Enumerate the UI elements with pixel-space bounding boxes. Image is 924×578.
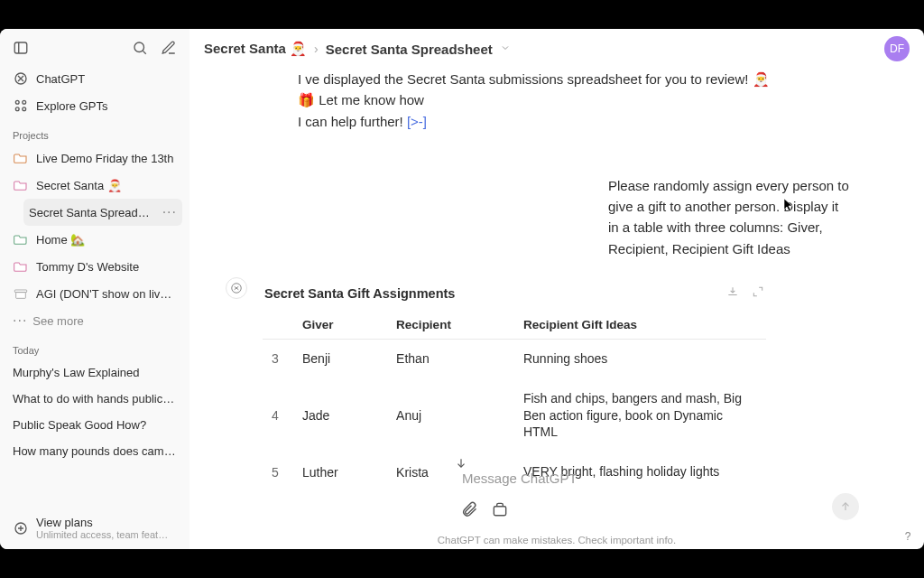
- chevron-down-icon[interactable]: [500, 41, 511, 57]
- assistant-message: I ve displayed the Secret Santa submissi…: [226, 69, 785, 132]
- help-button[interactable]: ?: [901, 529, 915, 544]
- assistant-message: Secret Santa Gift Assignments Giver Reci…: [226, 281, 852, 493]
- subpage-label: Secret Santa Spreadshee: [29, 206, 155, 219]
- section-label-projects: Projects: [7, 119, 182, 144]
- folder-icon: [13, 231, 29, 247]
- sidebar-item-label: ChatGPT: [36, 72, 177, 86]
- expand-icon[interactable]: [752, 285, 764, 302]
- table-row[interactable]: 3 Benji Ethan Running shoes: [263, 339, 766, 378]
- avatar[interactable]: DF: [884, 36, 910, 61]
- sidebar-top-icons: [7, 36, 182, 65]
- svg-point-6: [23, 100, 26, 104]
- plans-subtitle: Unlimited access, team feature: [36, 529, 171, 540]
- project-label: Secret Santa 🎅: [36, 179, 177, 192]
- attach-icon[interactable]: [460, 500, 478, 522]
- more-icon[interactable]: ···: [162, 204, 177, 220]
- sidebar-subpage-active[interactable]: Secret Santa Spreadshee ···: [23, 199, 182, 226]
- sparkle-icon: [13, 520, 29, 536]
- project-label: Live Demo Friday the 13th: [36, 152, 177, 165]
- send-button[interactable]: [832, 493, 859, 520]
- breadcrumb-separator: ›: [314, 42, 319, 56]
- project-label: Home 🏡: [36, 233, 177, 247]
- table-title: Secret Santa Gift Assignments: [264, 286, 455, 301]
- col-recipient[interactable]: Recipient: [387, 311, 514, 340]
- archive-icon: [13, 285, 29, 302]
- collapse-sidebar-icon[interactable]: [13, 40, 29, 56]
- sidebar-project[interactable]: Live Demo Friday the 13th: [7, 144, 182, 172]
- see-more-label: See more: [32, 314, 83, 328]
- svg-point-8: [23, 107, 26, 111]
- svg-point-2: [134, 42, 144, 52]
- see-more-button[interactable]: ··· See more: [7, 307, 182, 334]
- sidebar-item-chatgpt[interactable]: ChatGPT: [7, 65, 182, 92]
- svg-rect-0: [14, 42, 27, 53]
- chat-history-item[interactable]: How many pounds does camera: [7, 438, 182, 464]
- svg-point-7: [15, 107, 19, 111]
- ellipsis-icon: ···: [13, 312, 27, 329]
- search-icon[interactable]: [132, 40, 148, 56]
- svg-rect-10: [16, 293, 26, 299]
- project-label: AGI (DON'T show on live…: [36, 287, 177, 301]
- sidebar-item-explore[interactable]: Explore GPTs: [7, 92, 182, 119]
- footer-disclaimer: ChatGPT can make mistakes. Check importa…: [189, 535, 924, 545]
- chatgpt-logo-icon: [13, 70, 29, 87]
- message-input[interactable]: Message ChatGPT: [460, 467, 859, 495]
- tools-icon[interactable]: [491, 500, 509, 522]
- table-header-row: Giver Recipient Recipient Gift Ideas: [263, 311, 766, 340]
- data-table: Secret Santa Gift Assignments Giver Reci…: [262, 281, 767, 493]
- compose-icon[interactable]: [161, 40, 177, 56]
- folder-icon: [13, 177, 29, 193]
- section-label-today: Today: [7, 334, 182, 359]
- breadcrumb-project[interactable]: Secret Santa 🎅: [204, 41, 307, 57]
- folder-icon: [13, 258, 29, 275]
- sidebar-project[interactable]: Home 🏡: [7, 226, 182, 253]
- project-label: Tommy D's Website: [36, 260, 177, 274]
- chat-history-item[interactable]: Public Speak Good How?: [7, 412, 182, 438]
- view-plans-button[interactable]: View plans Unlimited access, team featur…: [7, 508, 182, 549]
- svg-rect-13: [494, 507, 505, 516]
- user-message: Please randomly assign every person to g…: [464, 175, 852, 259]
- svg-line-3: [143, 51, 145, 53]
- table-row[interactable]: 4 Jade Anuj Fish and chips, bangers and …: [263, 378, 766, 452]
- main-area: Secret Santa 🎅 › Secret Santa Spreadshee…: [189, 29, 924, 549]
- header: Secret Santa 🎅 › Secret Santa Spreadshee…: [189, 29, 924, 69]
- folder-icon: [13, 150, 29, 166]
- download-icon[interactable]: [726, 285, 739, 302]
- svg-point-5: [15, 100, 19, 104]
- col-giver[interactable]: Giver: [293, 311, 387, 340]
- composer: Message ChatGPT: [460, 467, 859, 522]
- chat-history-item[interactable]: What to do with hands public sp: [7, 386, 182, 412]
- svg-rect-9: [14, 290, 26, 293]
- plans-title: View plans: [36, 516, 171, 529]
- explore-grid-icon: [13, 98, 29, 114]
- inline-link[interactable]: [>-]: [407, 114, 427, 129]
- col-ideas[interactable]: Recipient Gift Ideas: [514, 311, 766, 340]
- chatgpt-logo-icon: [226, 277, 247, 299]
- chat-history-item[interactable]: Murphy's Law Explained: [7, 359, 182, 386]
- sidebar-project[interactable]: AGI (DON'T show on live…: [7, 280, 182, 307]
- sidebar: ChatGPT Explore GPTs Projects Live Demo …: [0, 29, 189, 549]
- app-window: ChatGPT Explore GPTs Projects Live Demo …: [0, 29, 924, 549]
- breadcrumb-page[interactable]: Secret Santa Spreadsheet: [326, 42, 493, 57]
- sidebar-project[interactable]: Tommy D's Website: [7, 253, 182, 280]
- sidebar-item-label: Explore GPTs: [36, 99, 177, 113]
- sidebar-project[interactable]: Secret Santa 🎅: [7, 172, 182, 199]
